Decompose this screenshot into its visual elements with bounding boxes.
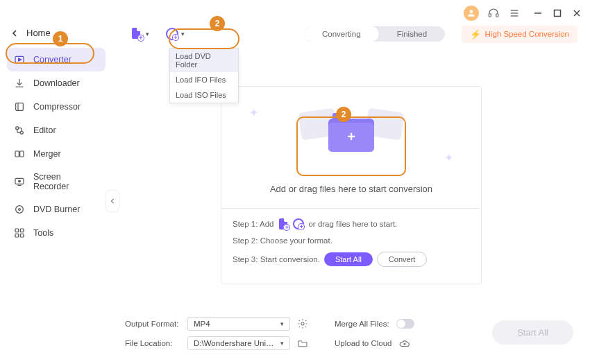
- settings-icon[interactable]: [297, 318, 308, 329]
- svg-point-26: [301, 322, 304, 325]
- sidebar-item-label: Editor: [33, 125, 56, 135]
- svg-rect-6: [555, 10, 561, 17]
- svg-point-21: [19, 209, 21, 211]
- sidebar-item-label: Converter: [33, 55, 71, 64]
- merger-icon: [14, 148, 25, 159]
- add-dvd-icon: [166, 28, 178, 40]
- svg-rect-23: [20, 229, 24, 232]
- open-folder-icon[interactable]: [297, 338, 308, 349]
- svg-point-12: [16, 127, 19, 130]
- bolt-icon: ⚡: [470, 29, 481, 40]
- home-label: Home: [26, 28, 51, 38]
- svg-rect-11: [16, 103, 24, 111]
- dvd-menu-load-dvd-folder[interactable]: Load DVD Folder: [170, 49, 238, 72]
- sidebar-item-dvd-burner[interactable]: DVD Burner: [7, 198, 106, 221]
- sidebar: Home Converter Downloader Compressor Edi…: [0, 0, 112, 364]
- svg-rect-22: [15, 229, 19, 232]
- downloader-icon: [14, 78, 25, 89]
- chevron-down-icon: ▾: [181, 31, 185, 37]
- svg-point-13: [20, 131, 23, 134]
- headset-icon[interactable]: [487, 7, 500, 19]
- add-file-icon[interactable]: +: [278, 218, 289, 229]
- svg-point-18: [19, 180, 21, 182]
- tab-switch: Converting Finished: [304, 26, 445, 42]
- sidebar-item-label: Tools: [33, 228, 53, 238]
- add-file-icon: +: [130, 28, 143, 40]
- compressor-icon: [14, 101, 25, 112]
- drop-panel: ✦ ✦ + Add or drag files here to start co…: [221, 86, 482, 284]
- chevron-down-icon: ▾: [280, 340, 284, 347]
- dvd-menu-load-iso-files[interactable]: Load ISO Files: [170, 87, 238, 103]
- high-speed-conversion-badge[interactable]: ⚡ High Speed Conversion: [462, 26, 578, 43]
- step-1: Step 1: Add + or drag files here to star…: [233, 218, 470, 229]
- sidebar-item-tools[interactable]: Tools: [7, 221, 106, 245]
- converter-icon: [14, 54, 25, 65]
- sidebar-item-label: DVD Burner: [33, 205, 80, 214]
- sidebar-item-downloader[interactable]: Downloader: [7, 71, 106, 95]
- svg-rect-1: [496, 14, 498, 17]
- svg-rect-0: [489, 14, 491, 17]
- sidebar-item-label: Downloader: [33, 78, 80, 88]
- window-minimize[interactable]: [533, 8, 543, 18]
- step-2: Step 2: Choose your format.: [233, 236, 470, 245]
- editor-icon: [14, 125, 25, 136]
- tab-finished[interactable]: Finished: [379, 26, 445, 42]
- sidebar-item-converter[interactable]: Converter: [7, 48, 106, 71]
- file-location-label: File Location:: [125, 339, 180, 347]
- drop-text: Add or drag files here to start conversi…: [221, 184, 481, 208]
- svg-marker-10: [19, 58, 22, 61]
- merge-toggle[interactable]: [396, 319, 414, 329]
- user-avatar[interactable]: [464, 6, 479, 21]
- tools-icon: [14, 227, 25, 239]
- svg-rect-15: [20, 151, 24, 157]
- svg-rect-14: [15, 151, 19, 157]
- svg-rect-25: [20, 234, 24, 237]
- output-format-label: Output Format:: [125, 320, 180, 328]
- sidebar-item-label: Merger: [33, 149, 61, 159]
- sidebar-item-label: Screen Recorder: [33, 172, 99, 191]
- sidebar-item-merger[interactable]: Merger: [7, 142, 106, 166]
- folder-icon: +: [328, 119, 374, 152]
- upload-label: Upload to Cloud: [335, 339, 391, 347]
- steps-panel: Step 1: Add + or drag files here to star…: [221, 208, 481, 284]
- chevron-down-icon: ▾: [146, 31, 149, 37]
- cloud-icon[interactable]: [398, 338, 411, 348]
- svg-point-20: [16, 206, 24, 214]
- tab-converting[interactable]: Converting: [304, 26, 379, 42]
- add-file-button[interactable]: + ▾: [125, 24, 155, 44]
- step-3: Step 3: Start conversion. Start All Conv…: [233, 252, 470, 267]
- drop-illustration[interactable]: ✦ ✦ +: [221, 87, 481, 184]
- start-all-button-small[interactable]: Start All: [324, 252, 373, 266]
- dvd-menu-load-ifo-files[interactable]: Load IFO Files: [170, 72, 238, 87]
- file-location-select[interactable]: D:\Wondershare UniConverter 1 ▾: [187, 336, 290, 350]
- menu-icon[interactable]: [508, 7, 521, 19]
- hsc-label: High Speed Conversion: [485, 30, 569, 38]
- back-icon[interactable]: [11, 30, 18, 37]
- toolbar: + ▾ ▾ Converting Finished ⚡ High Speed C…: [125, 24, 578, 44]
- screen-recorder-icon: [14, 176, 25, 187]
- window-maximize[interactable]: [553, 8, 562, 18]
- sidebar-collapse-handle[interactable]: [106, 191, 119, 211]
- start-all-button[interactable]: Start All: [492, 320, 573, 345]
- add-dvd-icon[interactable]: [293, 218, 304, 229]
- merge-label: Merge All Files:: [335, 320, 389, 328]
- svg-rect-24: [15, 234, 19, 237]
- sidebar-item-editor[interactable]: Editor: [7, 119, 106, 142]
- home-header[interactable]: Home: [7, 28, 106, 48]
- convert-button[interactable]: Convert: [377, 252, 428, 267]
- chevron-down-icon: ▾: [280, 320, 284, 327]
- add-dvd-button[interactable]: ▾: [160, 24, 190, 44]
- dvd-dropdown-menu: Load DVD Folder Load IFO Files Load ISO …: [169, 48, 239, 103]
- sidebar-item-label: Compressor: [33, 102, 81, 112]
- dvd-burner-icon: [14, 204, 25, 215]
- output-format-select[interactable]: MP4 ▾: [187, 317, 290, 331]
- sidebar-item-compressor[interactable]: Compressor: [7, 95, 106, 119]
- window-close[interactable]: [572, 8, 582, 18]
- sidebar-item-screen-recorder[interactable]: Screen Recorder: [7, 166, 106, 198]
